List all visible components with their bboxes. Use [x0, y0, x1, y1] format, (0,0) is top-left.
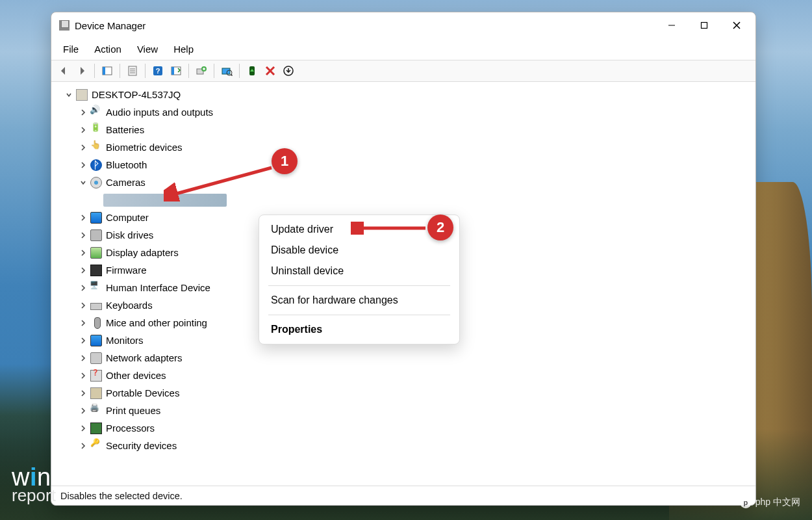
category-label: Batteries	[106, 124, 144, 135]
device-camera-item[interactable]	[51, 191, 755, 209]
chevron-right-icon[interactable]	[77, 440, 89, 452]
chevron-down-icon[interactable]	[77, 177, 89, 188]
tree-root[interactable]: DESKTOP-4L537JQ	[51, 86, 755, 103]
wm-right-text: php 中文网	[755, 497, 800, 508]
toolbar-back[interactable]	[55, 62, 72, 79]
close-button[interactable]	[720, 13, 753, 38]
menu-file[interactable]: File	[57, 41, 85, 57]
svg-rect-1	[702, 23, 707, 29]
menu-separator	[268, 285, 450, 286]
arrow-annotation-2	[351, 222, 429, 235]
category-batteries[interactable]: Batteries	[51, 121, 755, 138]
firmware-icon	[90, 265, 102, 276]
toolbar-separator	[94, 64, 95, 78]
chevron-right-icon[interactable]	[77, 265, 89, 276]
category-label: Portable Devices	[106, 387, 179, 398]
chevron-right-icon[interactable]	[77, 107, 89, 118]
category-label: Bluetooth	[106, 159, 147, 170]
toolbar-help[interactable]: ?	[149, 62, 166, 79]
menu-action[interactable]: Action	[88, 41, 128, 57]
category-label: Computer	[106, 212, 149, 223]
arrow-annotation-1	[164, 164, 277, 202]
bluetooth-icon	[90, 159, 102, 171]
computer-icon	[90, 212, 102, 224]
category-bluetooth[interactable]: Bluetooth	[51, 156, 755, 174]
keyboard-icon	[90, 300, 102, 311]
svg-line-18	[231, 75, 233, 76]
chevron-right-icon[interactable]	[77, 405, 89, 417]
category-network[interactable]: Network adapters	[51, 349, 755, 367]
category-label: Network adapters	[106, 352, 183, 363]
chevron-right-icon[interactable]	[77, 387, 89, 399]
menubar: File Action View Help	[51, 38, 755, 60]
category-label: Print queues	[106, 405, 160, 416]
svg-line-23	[171, 168, 272, 195]
chevron-right-icon[interactable]	[77, 352, 89, 364]
menu-scan-hardware[interactable]: Scan for hardware changes	[259, 290, 459, 311]
chevron-right-icon[interactable]	[77, 142, 89, 153]
category-biometric[interactable]: Biometric devices	[51, 138, 755, 156]
chevron-down-icon[interactable]	[63, 89, 75, 101]
battery-icon	[90, 124, 102, 136]
chevron-right-icon[interactable]	[77, 124, 89, 136]
category-print[interactable]: Print queues	[51, 402, 755, 419]
camera-icon	[90, 177, 102, 188]
chevron-right-icon[interactable]	[77, 282, 89, 294]
app-icon	[59, 20, 70, 31]
hid-icon	[90, 282, 102, 294]
category-processors[interactable]: Processors	[51, 419, 755, 437]
category-cameras[interactable]: Cameras	[51, 174, 755, 191]
chevron-right-icon[interactable]	[77, 300, 89, 311]
toolbar-add-legacy[interactable]	[193, 62, 210, 79]
security-icon	[90, 440, 102, 452]
chevron-right-icon[interactable]	[77, 229, 89, 241]
toolbar-separator	[145, 64, 146, 78]
menu-view[interactable]: View	[131, 41, 164, 57]
toolbar-forward[interactable]	[73, 62, 90, 79]
menu-properties[interactable]: Properties	[259, 319, 459, 340]
menu-help[interactable]: Help	[167, 41, 200, 57]
toolbar-show-hidden[interactable]	[99, 62, 116, 79]
category-label: Processors	[106, 422, 155, 434]
toolbar: ?	[51, 60, 755, 82]
toolbar-disable-device[interactable]	[262, 62, 279, 79]
toolbar-separator	[188, 64, 189, 78]
chevron-right-icon[interactable]	[77, 247, 89, 259]
category-audio[interactable]: Audio inputs and outputs	[51, 103, 755, 121]
chevron-right-icon[interactable]	[77, 370, 89, 382]
toolbar-separator	[120, 64, 120, 78]
callout-badge-2: 2	[427, 214, 453, 240]
minimize-button[interactable]	[655, 13, 688, 38]
chevron-right-icon[interactable]	[77, 212, 89, 224]
printer-icon	[90, 405, 102, 417]
toolbar-properties[interactable]	[124, 62, 141, 79]
menu-disable-device[interactable]: Disable device	[259, 240, 459, 261]
chevron-right-icon[interactable]	[77, 335, 89, 346]
titlebar[interactable]: Device Manager	[51, 12, 755, 38]
toolbar-enable-device[interactable]	[244, 62, 260, 79]
category-label: Display adapters	[106, 247, 179, 258]
svg-rect-16	[222, 68, 230, 74]
maximize-button[interactable]	[688, 13, 720, 38]
category-label: Mice and other pointing	[106, 317, 207, 328]
chevron-right-icon[interactable]	[77, 422, 89, 434]
toolbar-scan[interactable]	[218, 62, 235, 79]
fingerprint-icon	[90, 142, 102, 153]
mouse-icon	[90, 317, 102, 329]
toolbar-update-driver[interactable]	[168, 62, 184, 79]
category-label: Human Interface Device	[106, 282, 210, 293]
category-other[interactable]: Other devices	[51, 367, 755, 384]
category-portable[interactable]: Portable Devices	[51, 384, 755, 402]
category-security[interactable]: Security devices	[51, 437, 755, 454]
php-logo-icon: p	[740, 497, 752, 508]
chevron-right-icon[interactable]	[77, 317, 89, 329]
menu-uninstall-device[interactable]: Uninstall device	[259, 261, 459, 281]
svg-text:?: ?	[156, 67, 160, 75]
statusbar: Disables the selected device.	[51, 486, 755, 505]
svg-rect-13	[171, 67, 174, 75]
svg-rect-5	[103, 67, 105, 75]
chevron-right-icon[interactable]	[77, 159, 89, 171]
category-label: Audio inputs and outputs	[106, 107, 213, 118]
monitor-icon	[90, 335, 102, 346]
toolbar-uninstall-device[interactable]	[280, 62, 297, 79]
